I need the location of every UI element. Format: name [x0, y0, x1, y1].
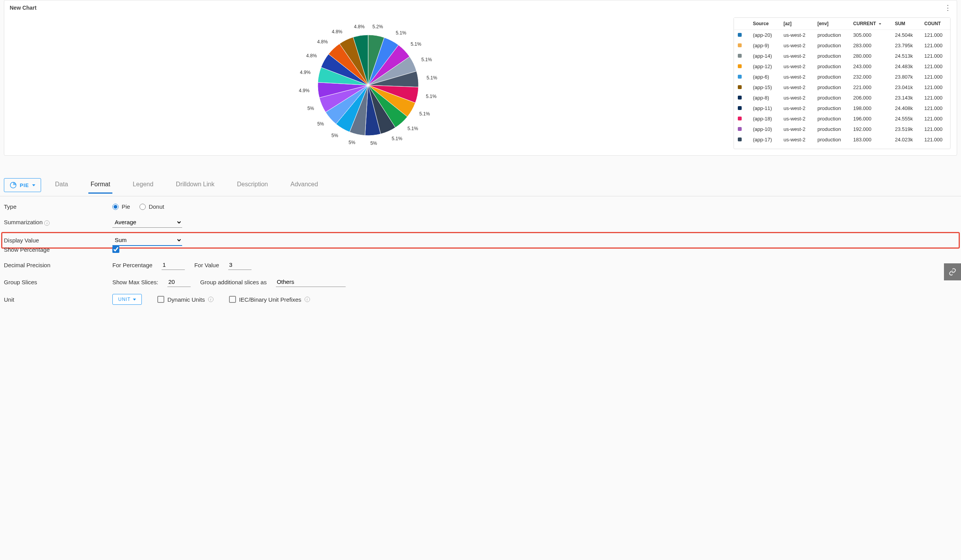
legend-row[interactable]: (app-18)us-west-2production196.00024.555…: [734, 113, 950, 124]
cell-source: (app-15): [749, 82, 780, 93]
tab-description[interactable]: Description: [234, 181, 270, 194]
chart-panel: New Chart ⋮ 5.2%5.1%5.1%5.1%5.1%5.1%5.1%…: [4, 0, 957, 156]
cell-count: 121.000: [920, 103, 950, 113]
group-as-input[interactable]: [276, 277, 346, 287]
slice-label: 4.9%: [300, 70, 311, 75]
cell-current: 280.000: [849, 51, 891, 61]
slice-label: 4.8%: [306, 53, 317, 58]
legend-swatch: [738, 64, 742, 68]
type-label: Type: [4, 203, 112, 210]
cell-count: 121.000: [920, 113, 950, 124]
cell-source: (app-8): [749, 93, 780, 103]
checkbox-empty-icon: [157, 296, 164, 303]
cell-env: production: [813, 40, 849, 51]
cell-current: 221.000: [849, 82, 891, 93]
for-value-input[interactable]: [228, 260, 251, 270]
tab-format[interactable]: Format: [88, 181, 113, 194]
col-az[interactable]: [az]: [780, 18, 813, 30]
cell-sum: 24.555k: [891, 113, 920, 124]
legend-swatch: [738, 96, 742, 100]
legend-row[interactable]: (app-20)us-west-2production305.00024.504…: [734, 30, 950, 41]
tab-drilldown-link[interactable]: Drilldown Link: [174, 181, 217, 194]
group-as-label: Group additional slices as: [200, 279, 267, 285]
slice-label: 4.8%: [332, 29, 343, 34]
kebab-menu-icon[interactable]: ⋮: [944, 4, 951, 11]
cell-sum: 23.143k: [891, 93, 920, 103]
col-current[interactable]: CURRENT: [849, 18, 891, 30]
checkbox-empty-icon: [229, 296, 236, 303]
legend-row[interactable]: (app-15)us-west-2production221.00023.041…: [734, 82, 950, 93]
slice-label: 4.8%: [354, 24, 365, 29]
tab-legend[interactable]: Legend: [130, 181, 155, 194]
cell-env: production: [813, 82, 849, 93]
cell-sum: 24.408k: [891, 103, 920, 113]
cell-source: (app-17): [749, 134, 780, 145]
col-count[interactable]: COUNT: [920, 18, 950, 30]
cell-current: 232.000: [849, 72, 891, 82]
col-sum[interactable]: SUM: [891, 18, 920, 30]
slice-label: 4.8%: [317, 39, 328, 45]
slice-label: 5.1%: [392, 136, 403, 141]
radio-pie[interactable]: Pie: [112, 203, 130, 210]
link-fab[interactable]: [944, 263, 961, 280]
chart-type-dropdown[interactable]: PIE: [4, 178, 41, 192]
cell-env: production: [813, 93, 849, 103]
slice-label: 5%: [370, 141, 377, 146]
cell-az: us-west-2: [780, 61, 813, 72]
cell-sum: 23.807k: [891, 72, 920, 82]
display-value-label: Display Value: [4, 237, 112, 244]
legend-row[interactable]: (app-10)us-west-2production192.00023.519…: [734, 124, 950, 134]
cell-az: us-west-2: [780, 134, 813, 145]
unit-dropdown[interactable]: UNIT: [112, 294, 142, 305]
legend-row[interactable]: (app-17)us-west-2production183.00024.023…: [734, 134, 950, 145]
cell-env: production: [813, 124, 849, 134]
slice-label: 5.1%: [411, 41, 422, 47]
legend-row[interactable]: (app-9)us-west-2production283.00023.795k…: [734, 40, 950, 51]
cell-az: us-west-2: [780, 103, 813, 113]
iec-checkbox[interactable]: IEC/Binary Unit Prefixes i: [229, 296, 310, 303]
legend-swatch: [738, 54, 742, 58]
cell-current: 196.000: [849, 113, 891, 124]
unit-label: Unit: [4, 296, 112, 303]
legend-row[interactable]: (app-11)us-west-2production198.00024.408…: [734, 103, 950, 113]
legend-row[interactable]: (app-6)us-west-2production232.00023.807k…: [734, 72, 950, 82]
cell-count: 121.000: [920, 93, 950, 103]
cell-env: production: [813, 61, 849, 72]
cell-source: (app-20): [749, 30, 780, 41]
slice-label: 5.1%: [396, 30, 406, 36]
legend-row[interactable]: (app-14)us-west-2production280.00024.513…: [734, 51, 950, 61]
info-icon[interactable]: i: [208, 297, 214, 302]
cell-sum: 24.504k: [891, 30, 920, 41]
chevron-down-icon: [32, 184, 35, 186]
show-percentage-checkbox[interactable]: [112, 246, 119, 253]
for-percentage-input[interactable]: [162, 260, 185, 270]
tab-advanced[interactable]: Advanced: [288, 181, 320, 194]
radio-donut[interactable]: Donut: [140, 203, 164, 210]
slice-label: 5%: [348, 140, 355, 145]
legend-row[interactable]: (app-12)us-west-2production243.00024.483…: [734, 61, 950, 72]
legend-swatch: [738, 106, 742, 110]
slice-label: 5%: [307, 106, 314, 111]
cell-az: us-west-2: [780, 124, 813, 134]
slice-label: 5%: [331, 133, 338, 138]
col-env[interactable]: [env]: [813, 18, 849, 30]
dynamic-units-checkbox[interactable]: Dynamic Units i: [157, 296, 214, 303]
legend-swatch: [738, 43, 742, 47]
col-source[interactable]: Source: [749, 18, 780, 30]
radio-donut-input[interactable]: [140, 204, 146, 210]
format-form: Type Pie Donut Summarization i Average D…: [0, 196, 961, 323]
summarization-select[interactable]: Average: [112, 217, 182, 228]
cell-sum: 24.483k: [891, 61, 920, 72]
legend-row[interactable]: (app-8)us-west-2production206.00023.143k…: [734, 93, 950, 103]
chevron-down-icon: [133, 299, 136, 301]
max-slices-label: Show Max Slices:: [112, 279, 158, 285]
display-value-select[interactable]: Sum: [112, 235, 182, 246]
slice-label: 5.1%: [426, 94, 437, 99]
info-icon[interactable]: i: [305, 297, 310, 302]
cell-current: 243.000: [849, 61, 891, 72]
radio-pie-input[interactable]: [112, 204, 119, 210]
max-slices-input[interactable]: [167, 277, 191, 287]
cell-count: 121.000: [920, 30, 950, 41]
tab-data[interactable]: Data: [53, 181, 71, 194]
info-icon[interactable]: i: [44, 220, 50, 226]
